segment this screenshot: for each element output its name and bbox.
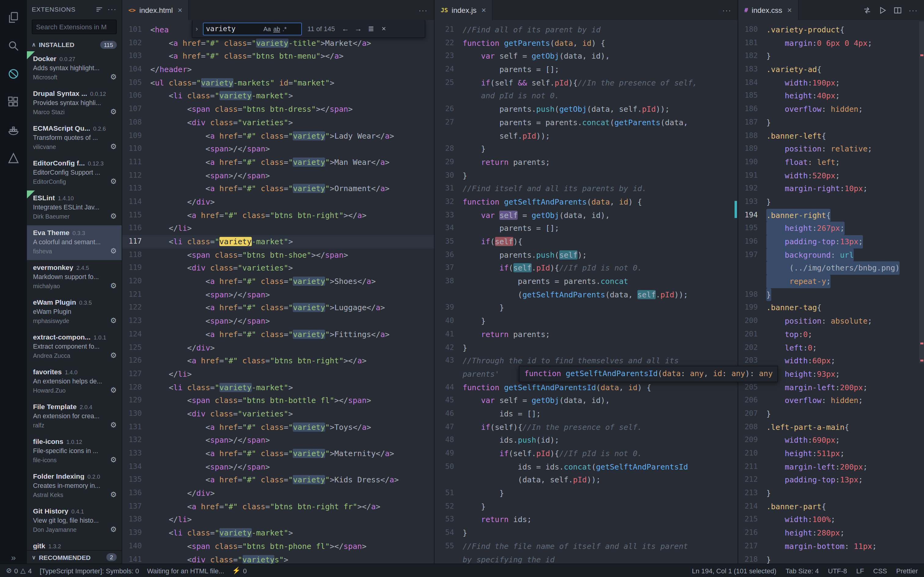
close-find-icon[interactable]: ×	[379, 24, 389, 33]
installed-section-header[interactable]: ∧ INSTALLED 115	[27, 38, 122, 51]
code-line[interactable]: 126 <a href="#" class="btns btn-right"><…	[122, 354, 434, 367]
code-line[interactable]: 54}	[435, 526, 738, 540]
gear-icon[interactable]: ⚙	[110, 213, 117, 220]
gear-icon[interactable]: ⚙	[110, 352, 117, 359]
code-line[interactable]: 209 width:690px;	[738, 434, 924, 447]
code-line[interactable]: 41 return parents;	[435, 328, 738, 341]
gear-icon[interactable]: ⚙	[110, 73, 117, 81]
tab-size[interactable]: Tab Size: 4	[785, 567, 819, 574]
next-match-icon[interactable]: →	[353, 24, 363, 33]
extension-item[interactable]: eWam Plugin0.3.5eWam Pluginmphasiswyde⚙	[27, 295, 122, 330]
gear-icon[interactable]: ⚙	[110, 526, 117, 533]
code-line[interactable]: 187}	[738, 116, 924, 129]
code-line[interactable]: 137 <a href="#" class="btns btn-right fr…	[122, 500, 434, 513]
tab-index-css[interactable]: # index.css ×	[738, 0, 798, 20]
code-line[interactable]: 211 margin-left:200px;	[738, 460, 924, 473]
gear-icon[interactable]: ⚙	[110, 456, 117, 463]
close-tab-icon[interactable]: ×	[481, 5, 486, 15]
code-line[interactable]: 46 ids = [];	[435, 407, 738, 421]
encoding[interactable]: UTF-8	[828, 567, 847, 574]
code-line[interactable]: 140 <span class="btns btn-phone fl"></sp…	[122, 540, 434, 553]
code-line[interactable]: 210 height:511px;	[738, 447, 924, 460]
docker-icon[interactable]	[0, 116, 27, 144]
code-line[interactable]: 199.banner-tag{	[738, 301, 924, 314]
code-line[interactable]: 37 if(self.pId){//If pId is not 0.	[435, 262, 738, 275]
code-line[interactable]: 44function getSelftAndParentsId(data, id…	[435, 381, 738, 394]
code-line[interactable]: 207}	[738, 407, 924, 421]
find-in-selection-icon[interactable]: ≣	[366, 24, 376, 33]
gear-icon[interactable]: ⚙	[110, 143, 117, 150]
code-line[interactable]: 201 top:0;	[738, 328, 924, 341]
code-line[interactable]: 121 <span>/</span>	[122, 288, 434, 301]
code-line[interactable]: 104</header>	[122, 63, 434, 76]
code-line[interactable]: 40 }	[435, 314, 738, 327]
code-line[interactable]: (data, self.pId));	[435, 474, 738, 487]
eol[interactable]: LF	[856, 567, 864, 574]
code-line[interactable]: 49 if(self.pId){//If pId is not 0.	[435, 447, 738, 460]
code-line[interactable]: 48 ids.push(id);	[435, 434, 738, 447]
code-line[interactable]: 111 <a href="#" class="variety">Man Wear…	[122, 156, 434, 169]
code-line[interactable]: 202 left:0;	[738, 341, 924, 354]
code-line[interactable]: 141 <div class="varietys">	[122, 553, 434, 564]
code-line[interactable]: 116 </li>	[122, 222, 434, 235]
gear-icon[interactable]: ⚙	[110, 421, 117, 429]
html-wait-status[interactable]: Waiting for an HTML file...	[147, 567, 224, 574]
code-line[interactable]: 22function getParents(data, id) {	[435, 36, 738, 50]
editor-more-actions-icon[interactable]: ···	[418, 6, 428, 15]
code-line[interactable]: 26 parents.push(getObj(data, self.pId));	[435, 103, 738, 116]
code-line[interactable]: 193}	[738, 195, 924, 208]
code-line[interactable]: 195 height:267px;	[738, 222, 924, 235]
more-actions-icon[interactable]: ···	[108, 5, 117, 13]
code-line[interactable]: and pId is not 0.	[435, 89, 738, 103]
code-line[interactable]: 118 <span class="btns btn-shoe"></span>	[122, 248, 434, 261]
code-line[interactable]: 213}	[738, 487, 924, 500]
code-line[interactable]: 27 parents = parents.concat(getParents(d…	[435, 116, 738, 129]
code-line[interactable]: 114 </div>	[122, 195, 434, 208]
regex-icon[interactable]: .*	[283, 25, 287, 32]
extension-item[interactable]: File Template2.0.4An extension for crea.…	[27, 399, 122, 434]
code-line[interactable]: 112 <span>/</span>	[122, 169, 434, 182]
code-line[interactable]: 38 parents = parents.concat	[435, 275, 738, 288]
code-line[interactable]: 51 }	[435, 487, 738, 500]
code-line[interactable]: 216 height:280px;	[738, 526, 924, 540]
gear-icon[interactable]: ⚙	[110, 317, 117, 324]
code-line[interactable]: 50 ids = ids.concat(getSelftAndParentsId	[435, 460, 738, 473]
code-line[interactable]: 117 <li class="variety-market">	[122, 235, 434, 248]
code-line[interactable]: 113 <a href="#" class="variety">Ornament…	[122, 182, 434, 195]
code-line[interactable]: 129 <span class="btns btn-bottle fl"></s…	[122, 394, 434, 407]
ban-icon[interactable]	[0, 60, 27, 88]
code-line[interactable]: 106 <li class="variety-market">	[122, 89, 434, 103]
code-line[interactable]: 182}	[738, 50, 924, 63]
close-tab-icon[interactable]: ×	[787, 5, 792, 15]
code-line[interactable]: 131 <a href="#" class="variety">Toys</a>	[122, 421, 434, 434]
gear-icon[interactable]: ⚙	[110, 282, 117, 289]
code-line[interactable]: 102 <a href="#" class="variety-title">Ma…	[122, 36, 434, 50]
filter-icon[interactable]	[95, 5, 103, 13]
code-line[interactable]: 192 margin-right:10px;	[738, 182, 924, 195]
code-line[interactable]: 180.variety-product{	[738, 23, 924, 36]
code-line[interactable]: 123 <span>/</span>	[122, 314, 434, 327]
code-line[interactable]: 133 <a href="#" class="variety">Maternit…	[122, 447, 434, 460]
code-line[interactable]: 25 if(self && self.pId){//In the presenc…	[435, 76, 738, 89]
code-line[interactable]: 32function getSelftAndParents(data, id) …	[435, 195, 738, 208]
gear-icon[interactable]: ⚙	[110, 108, 117, 115]
editor-more-actions-icon[interactable]: ···	[909, 6, 918, 15]
code-line[interactable]: 108 <div class="varieties">	[122, 116, 434, 129]
formatter[interactable]: Prettier	[896, 567, 918, 574]
code-line[interactable]: 35 if(self){	[435, 235, 738, 248]
code-line[interactable]: 30}	[435, 169, 738, 182]
zap-status[interactable]: ⚡ 0	[232, 567, 247, 575]
language-mode[interactable]: CSS	[873, 567, 887, 574]
code-line[interactable]: 198}	[738, 288, 924, 301]
code-line[interactable]: 218}	[738, 553, 924, 564]
tab-index-js[interactable]: JS index.js ×	[435, 0, 493, 20]
code-line[interactable]: 29 return parents;	[435, 156, 738, 169]
extension-item[interactable]: ECMAScript Qu...0.2.6Transform quotes of…	[27, 121, 122, 156]
code-line[interactable]: 36 parents.push(self);	[435, 248, 738, 261]
run-icon[interactable]	[878, 6, 887, 15]
code-line[interactable]: 191 width:520px;	[738, 169, 924, 182]
split-editor-icon[interactable]	[893, 6, 902, 15]
code-line[interactable]: 109 <a href="#" class="variety">Lady Wea…	[122, 129, 434, 142]
match-case-icon[interactable]: Aa	[263, 25, 271, 32]
editor-more-actions-icon[interactable]: ···	[722, 6, 732, 15]
